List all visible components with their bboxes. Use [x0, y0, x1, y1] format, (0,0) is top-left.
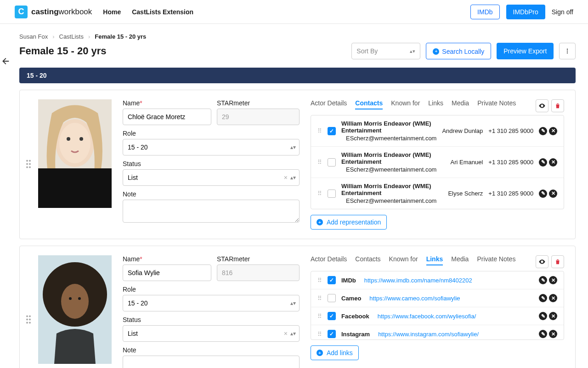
- clear-icon[interactable]: ×: [284, 330, 288, 337]
- preview-export-button[interactable]: Preview Export: [497, 43, 554, 59]
- role-label: Role: [123, 130, 300, 137]
- link-label: Facebook: [341, 313, 369, 320]
- imdb-button[interactable]: IMDb: [470, 5, 499, 19]
- agency-name: William Morris Endeavor (WME) Entertainm…: [341, 183, 442, 196]
- svg-point-2: [567, 52, 568, 53]
- tab-links[interactable]: Links: [428, 99, 443, 109]
- note-textarea[interactable]: [123, 200, 300, 223]
- role-select[interactable]: [123, 295, 300, 311]
- svg-point-14: [79, 137, 83, 141]
- remove-icon[interactable]: ✕: [549, 312, 557, 320]
- name-input[interactable]: [123, 264, 211, 281]
- sort-by-select[interactable]: Sort By ▴▾: [351, 43, 420, 59]
- edit-icon[interactable]: ✎: [539, 127, 547, 135]
- tab-contacts[interactable]: Contacts: [355, 99, 383, 109]
- tab-contacts[interactable]: Contacts: [355, 255, 380, 265]
- add-links-button[interactable]: +Add links: [311, 345, 359, 360]
- edit-icon[interactable]: ✎: [539, 330, 547, 338]
- contact-phone: +1 310 285 9000: [488, 159, 533, 166]
- grip-icon[interactable]: ⠿: [317, 277, 322, 284]
- remove-icon[interactable]: ✕: [549, 276, 557, 284]
- grip-icon[interactable]: ⠿: [317, 295, 322, 302]
- grip-icon[interactable]: ⠿: [317, 313, 322, 320]
- edit-icon[interactable]: ✎: [539, 190, 547, 198]
- link-label: Instagram: [341, 331, 370, 338]
- edit-icon[interactable]: ✎: [539, 312, 547, 320]
- remove-icon[interactable]: ✕: [549, 158, 557, 167]
- crumb-castlists[interactable]: CastLists: [59, 33, 84, 40]
- status-select[interactable]: [123, 169, 300, 186]
- grip-icon[interactable]: ⠿: [317, 190, 322, 197]
- contact-checkbox[interactable]: [328, 127, 336, 135]
- nav-home[interactable]: Home: [103, 8, 121, 16]
- grip-icon[interactable]: ⠿: [317, 331, 322, 338]
- contact-row: ⠿ William Morris Endeavor (WME) Entertai…: [311, 115, 564, 147]
- delete-button[interactable]: [551, 99, 564, 112]
- remove-icon[interactable]: ✕: [549, 294, 557, 302]
- link-url[interactable]: https://www.facebook.com/wyliesofia/: [378, 313, 476, 320]
- tab-known-for[interactable]: Known for: [389, 255, 418, 265]
- edit-icon[interactable]: ✎: [539, 276, 547, 284]
- contact-phone: +1 310 285 9000: [488, 190, 533, 197]
- svg-point-20: [26, 322, 28, 323]
- remove-icon[interactable]: ✕: [549, 127, 557, 135]
- crumb-current: Female 15 - 20 yrs: [95, 33, 146, 40]
- contact-checkbox[interactable]: [328, 190, 336, 198]
- svg-point-17: [29, 315, 31, 317]
- tab-private-notes[interactable]: Private Notes: [477, 99, 516, 109]
- grip-icon[interactable]: ⠿: [317, 159, 322, 166]
- starmeter-label: STARmeter: [217, 255, 300, 263]
- links-box: ⠿IMDbhttps://www.imdb.com/name/nm8402202…: [311, 271, 564, 340]
- contact-row: ⠿ William Morris Endeavor (WME) Entertai…: [311, 147, 564, 178]
- tab-media[interactable]: Media: [451, 255, 469, 265]
- more-menu-button[interactable]: [559, 43, 576, 59]
- role-select[interactable]: [123, 139, 300, 155]
- tab-actor-details[interactable]: Actor Details: [311, 99, 347, 109]
- tab-links[interactable]: Links: [426, 255, 443, 265]
- link-checkbox[interactable]: [328, 294, 336, 302]
- drag-handle-icon[interactable]: [25, 159, 32, 170]
- drag-handle-icon[interactable]: [25, 314, 32, 326]
- tab-actor-details[interactable]: Actor Details: [311, 255, 347, 265]
- trash-icon: [554, 103, 561, 109]
- link-url[interactable]: https://www.instagram.com/sofiawylie/: [378, 331, 479, 338]
- remove-icon[interactable]: ✕: [549, 330, 557, 338]
- imdbpro-button[interactable]: IMDbPro: [506, 5, 545, 19]
- note-textarea[interactable]: [123, 356, 300, 368]
- link-url[interactable]: https://www.imdb.com/name/nm8402202: [364, 277, 472, 284]
- contact-person: Elyse Scherz: [448, 190, 483, 197]
- link-checkbox[interactable]: [328, 276, 336, 284]
- nav-castlists-extension[interactable]: CastLists Extension: [132, 8, 193, 16]
- remove-icon[interactable]: ✕: [549, 190, 557, 198]
- crumb-user[interactable]: Susan Fox: [19, 33, 48, 40]
- status-select[interactable]: [123, 325, 300, 342]
- actor-headshot: [38, 99, 112, 208]
- search-locally-button[interactable]: +Search Locally: [426, 43, 491, 59]
- visibility-button[interactable]: [536, 99, 548, 112]
- edit-icon[interactable]: ✎: [539, 158, 547, 167]
- link-row: ⠿Instagramhttps://www.instagram.com/sofi…: [311, 325, 564, 340]
- section-header: 15 - 20: [19, 68, 576, 83]
- contact-checkbox[interactable]: [328, 158, 336, 167]
- link-checkbox[interactable]: [328, 312, 336, 320]
- tabs: Actor Details Contacts Known for Links M…: [311, 255, 515, 265]
- grip-icon[interactable]: ⠿: [317, 127, 322, 134]
- note-label: Note: [123, 190, 300, 198]
- back-arrow-icon[interactable]: [0, 56, 10, 68]
- name-input[interactable]: [123, 109, 211, 125]
- visibility-button[interactable]: [536, 255, 548, 268]
- clear-icon[interactable]: ×: [284, 174, 288, 181]
- edit-icon[interactable]: ✎: [539, 294, 547, 302]
- link-url[interactable]: https://www.cameo.com/sofiawylie: [369, 295, 460, 302]
- tab-private-notes[interactable]: Private Notes: [477, 255, 515, 265]
- svg-point-18: [26, 318, 28, 320]
- kebab-icon: [564, 48, 571, 54]
- add-representation-button[interactable]: +Add representation: [311, 215, 387, 230]
- tab-known-for[interactable]: Known for: [391, 99, 420, 109]
- svg-point-19: [29, 318, 31, 320]
- delete-button[interactable]: [551, 255, 564, 268]
- svg-point-3: [26, 160, 28, 161]
- tab-media[interactable]: Media: [452, 99, 469, 109]
- link-checkbox[interactable]: [328, 330, 336, 338]
- signoff-link[interactable]: Sign off: [552, 8, 573, 16]
